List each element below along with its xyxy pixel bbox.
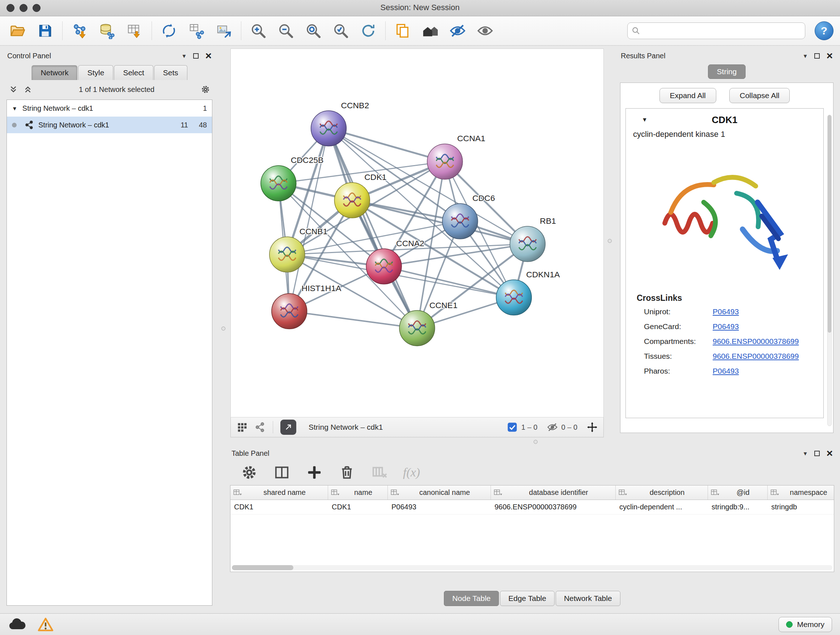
hide-selected-button[interactable] <box>447 19 469 42</box>
splitter-handle[interactable] <box>534 440 538 444</box>
import-table-from-file-button[interactable] <box>123 19 146 42</box>
expand-all-button[interactable]: Expand All <box>660 88 716 103</box>
results-vertical-scrollbar[interactable] <box>827 115 832 426</box>
network-node-CCNA1[interactable]: CCNA1 <box>427 134 485 179</box>
network-edge[interactable] <box>328 128 417 328</box>
panel-menu-icon[interactable]: ▼ <box>803 451 808 456</box>
save-session-button[interactable] <box>34 19 57 42</box>
memory-button[interactable]: Memory <box>778 617 832 632</box>
show-all-button[interactable] <box>474 19 496 42</box>
help-button[interactable]: ? <box>815 21 834 40</box>
column-header-canonical-name[interactable]: canonical name <box>388 486 491 500</box>
open-session-button[interactable] <box>6 19 29 42</box>
panel-close-icon[interactable]: × <box>826 50 833 61</box>
home-layout-button[interactable] <box>419 19 441 42</box>
panel-float-icon[interactable] <box>193 53 199 59</box>
crosslink-value[interactable]: 9606.ENSP00000378699 <box>713 337 799 346</box>
network-view-icon[interactable] <box>255 422 265 432</box>
zoom-fit-button[interactable] <box>302 19 325 42</box>
tab-node-table[interactable]: Node Table <box>444 591 499 606</box>
network-node-RB1[interactable]: RB1 <box>510 216 556 262</box>
expand-all-icon[interactable] <box>23 85 33 94</box>
node-label: CDKN1A <box>526 270 560 279</box>
zoom-selected-button[interactable] <box>330 19 352 42</box>
network-row[interactable]: String Network – cdk1 11 48 <box>7 117 212 133</box>
table-body: CDK1CDK1P064939606.ENSP00000378699cyclin… <box>231 500 834 515</box>
warning-icon[interactable] <box>36 617 55 632</box>
crosslink-value[interactable]: P06493 <box>713 307 739 316</box>
crosslink-row: Pharos: P06493 <box>644 367 823 375</box>
column-header-database-identifier[interactable]: database identifier <box>491 486 616 500</box>
search-input[interactable] <box>644 27 801 35</box>
network-node-CCNB2[interactable]: CCNB2 <box>311 101 369 146</box>
column-header-description[interactable]: description <box>616 486 708 500</box>
panel-close-icon[interactable]: × <box>826 448 833 459</box>
hidden-eye-icon[interactable] <box>547 422 558 432</box>
create-column-button[interactable] <box>305 463 324 481</box>
entry-disclosure-icon[interactable]: ▼ <box>642 117 647 123</box>
cloud-icon[interactable] <box>8 617 27 632</box>
clipboard-button[interactable] <box>392 19 414 42</box>
table-options-button[interactable] <box>240 463 258 481</box>
network-node-CCNB1[interactable]: CCNB1 <box>270 226 328 272</box>
selected-checkbox-icon[interactable] <box>507 422 518 432</box>
panel-menu-icon[interactable]: ▼ <box>803 53 808 59</box>
zoom-out-button[interactable] <box>275 19 297 42</box>
new-network-button[interactable] <box>158 19 180 42</box>
entry-description: cyclin-dependent kinase 1 <box>626 129 823 139</box>
panel-close-icon[interactable]: × <box>205 50 212 61</box>
network-node-CDC6[interactable]: CDC6 <box>442 193 495 239</box>
show-columns-button[interactable] <box>273 463 291 481</box>
delete-column-button[interactable] <box>338 463 356 481</box>
network-collection-row[interactable]: ▼ String Network – cdk1 1 <box>7 100 212 117</box>
grid-view-icon[interactable] <box>237 422 248 432</box>
collapse-all-icon[interactable] <box>9 85 18 94</box>
network-tree: ▼ String Network – cdk1 1 String Network… <box>6 100 212 606</box>
toolbar-search[interactable] <box>627 22 805 39</box>
crosslink-value[interactable]: P06493 <box>713 322 739 331</box>
open-in-window-icon <box>284 423 293 432</box>
network-node-CDK1[interactable]: CDK1 <box>334 172 386 218</box>
panel-float-icon[interactable] <box>814 451 820 456</box>
network-graph[interactable]: CCNB2CCNA1CDC25BCDK1CDC6RB1CCNB1CCNA2CDK… <box>231 49 603 417</box>
tab-style[interactable]: Style <box>78 65 113 80</box>
panel-float-icon[interactable] <box>814 53 820 59</box>
tab-sets[interactable]: Sets <box>154 65 187 80</box>
detach-view-button[interactable] <box>280 420 296 435</box>
network-from-table-button[interactable] <box>185 19 208 42</box>
network-node-HIST1H1A[interactable]: HIST1H1A <box>272 283 341 329</box>
table-panel: Table Panel ▼ × <box>228 446 836 609</box>
horizontal-scrollbar[interactable] <box>232 565 832 570</box>
export-image-button[interactable] <box>213 19 235 42</box>
splitter-handle[interactable] <box>221 326 225 331</box>
network-node-CDKN1A[interactable]: CDKN1A <box>496 270 561 315</box>
import-network-from-file-button[interactable] <box>68 19 91 42</box>
refresh-view-button[interactable] <box>357 19 379 42</box>
tab-network[interactable]: Network <box>32 65 77 80</box>
panel-menu-icon[interactable]: ▼ <box>182 53 187 59</box>
tab-string[interactable]: String <box>708 65 746 79</box>
column-header-name[interactable]: name <box>328 486 388 500</box>
table-tabs: Node Table Edge Table Network Table <box>228 591 836 609</box>
network-options-gear-icon[interactable] <box>201 85 210 94</box>
crosslink-value[interactable]: 9606.ENSP00000378699 <box>713 352 799 361</box>
splitter-handle[interactable] <box>608 239 612 243</box>
column-header--id[interactable]: @id <box>708 486 767 500</box>
eye-icon <box>477 22 493 39</box>
column-header-namespace[interactable]: namespace <box>767 486 834 500</box>
node-label: HIST1H1A <box>302 283 341 293</box>
tab-network-table[interactable]: Network Table <box>556 591 621 606</box>
tab-edge-table[interactable]: Edge Table <box>500 591 554 606</box>
collapse-all-button[interactable]: Collapse All <box>729 88 790 103</box>
tab-select[interactable]: Select <box>114 65 153 80</box>
zoom-in-button[interactable] <box>247 19 270 42</box>
table-row[interactable]: CDK1CDK1P064939606.ENSP00000378699cyclin… <box>231 500 834 515</box>
network-canvas[interactable]: CCNB2CCNA1CDC25BCDK1CDC6RB1CCNB1CCNA2CDK… <box>231 49 604 417</box>
network-edge[interactable] <box>289 311 417 328</box>
import-network-from-database-button[interactable] <box>96 19 118 42</box>
column-header-shared-name[interactable]: shared name <box>231 486 328 500</box>
disclosure-triangle-icon[interactable]: ▼ <box>12 105 17 111</box>
node-label: CCNA2 <box>396 239 424 248</box>
pan-crosshair-icon[interactable] <box>587 422 598 432</box>
crosslink-value[interactable]: P06493 <box>713 367 739 375</box>
